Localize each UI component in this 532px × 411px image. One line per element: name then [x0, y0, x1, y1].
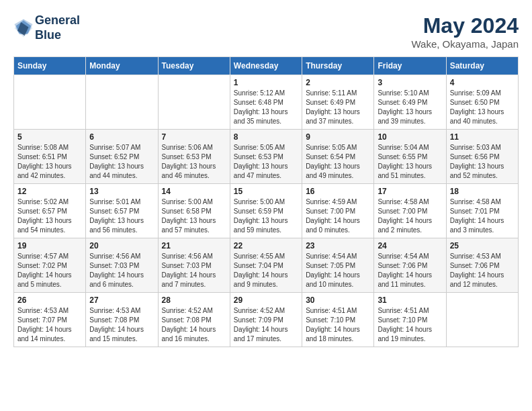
calendar-table: SundayMondayTuesdayWednesdayThursdayFrid…	[13, 56, 519, 347]
day-info: Sunrise: 4:51 AM Sunset: 7:10 PM Dayligh…	[306, 306, 370, 344]
weekday-header-tuesday: Tuesday	[158, 57, 230, 75]
calendar-cell: 4Sunrise: 5:09 AM Sunset: 6:50 PM Daylig…	[446, 75, 518, 130]
location-title: Wake, Okayama, Japan	[411, 38, 519, 50]
calendar-cell: 30Sunrise: 4:51 AM Sunset: 7:10 PM Dayli…	[302, 293, 374, 347]
day-number: 25	[450, 241, 515, 250]
calendar-cell: 22Sunrise: 4:55 AM Sunset: 7:04 PM Dayli…	[230, 238, 302, 293]
calendar-cell	[86, 75, 158, 130]
day-number: 26	[17, 295, 82, 305]
day-number: 18	[450, 187, 515, 196]
day-number: 28	[162, 295, 226, 305]
day-info: Sunrise: 5:03 AM Sunset: 6:56 PM Dayligh…	[450, 143, 515, 181]
calendar-week-row: 5Sunrise: 5:08 AM Sunset: 6:51 PM Daylig…	[14, 130, 519, 184]
day-info: Sunrise: 5:00 AM Sunset: 6:58 PM Dayligh…	[162, 197, 226, 235]
day-number: 19	[17, 241, 82, 250]
day-number: 12	[17, 187, 82, 196]
calendar-cell: 23Sunrise: 4:54 AM Sunset: 7:05 PM Dayli…	[302, 238, 374, 293]
day-info: Sunrise: 4:59 AM Sunset: 7:00 PM Dayligh…	[306, 197, 370, 235]
day-info: Sunrise: 5:02 AM Sunset: 6:57 PM Dayligh…	[17, 197, 82, 235]
calendar-cell: 19Sunrise: 4:57 AM Sunset: 7:02 PM Dayli…	[14, 238, 86, 293]
calendar-cell	[14, 75, 86, 130]
calendar-cell: 16Sunrise: 4:59 AM Sunset: 7:00 PM Dayli…	[302, 184, 374, 238]
day-number: 23	[306, 241, 370, 250]
day-info: Sunrise: 4:54 AM Sunset: 7:06 PM Dayligh…	[378, 252, 442, 289]
day-info: Sunrise: 4:58 AM Sunset: 7:00 PM Dayligh…	[378, 197, 442, 235]
calendar-cell: 9Sunrise: 5:05 AM Sunset: 6:54 PM Daylig…	[302, 130, 374, 184]
calendar-cell: 27Sunrise: 4:53 AM Sunset: 7:08 PM Dayli…	[86, 293, 158, 347]
day-info: Sunrise: 4:58 AM Sunset: 7:01 PM Dayligh…	[450, 197, 515, 235]
day-info: Sunrise: 5:09 AM Sunset: 6:50 PM Dayligh…	[450, 89, 515, 126]
day-info: Sunrise: 4:52 AM Sunset: 7:09 PM Dayligh…	[234, 306, 298, 344]
calendar-cell: 10Sunrise: 5:04 AM Sunset: 6:55 PM Dayli…	[374, 130, 446, 184]
day-info: Sunrise: 5:10 AM Sunset: 6:49 PM Dayligh…	[378, 89, 442, 126]
day-info: Sunrise: 5:00 AM Sunset: 6:59 PM Dayligh…	[234, 197, 298, 235]
day-info: Sunrise: 4:51 AM Sunset: 7:10 PM Dayligh…	[378, 306, 442, 344]
day-number: 1	[234, 78, 298, 87]
calendar-cell: 31Sunrise: 4:51 AM Sunset: 7:10 PM Dayli…	[374, 293, 446, 347]
day-number: 4	[450, 78, 515, 87]
day-info: Sunrise: 5:12 AM Sunset: 6:48 PM Dayligh…	[234, 89, 298, 126]
weekday-header-saturday: Saturday	[446, 57, 518, 75]
day-number: 13	[89, 187, 154, 196]
day-info: Sunrise: 4:56 AM Sunset: 7:03 PM Dayligh…	[162, 252, 226, 289]
day-number: 22	[234, 241, 298, 250]
day-number: 6	[89, 132, 154, 142]
day-info: Sunrise: 5:11 AM Sunset: 6:49 PM Dayligh…	[306, 89, 370, 126]
day-info: Sunrise: 4:55 AM Sunset: 7:04 PM Dayligh…	[234, 252, 298, 289]
day-info: Sunrise: 5:06 AM Sunset: 6:53 PM Dayligh…	[162, 143, 226, 181]
day-info: Sunrise: 5:05 AM Sunset: 6:53 PM Dayligh…	[234, 143, 298, 181]
day-number: 30	[306, 295, 370, 305]
logo-line1: General	[35, 13, 80, 28]
calendar-cell: 13Sunrise: 5:01 AM Sunset: 6:57 PM Dayli…	[86, 184, 158, 238]
day-info: Sunrise: 4:57 AM Sunset: 7:02 PM Dayligh…	[17, 252, 82, 289]
calendar-cell: 1Sunrise: 5:12 AM Sunset: 6:48 PM Daylig…	[230, 75, 302, 130]
day-number: 27	[89, 295, 154, 305]
day-number: 21	[162, 241, 226, 250]
calendar-cell: 15Sunrise: 5:00 AM Sunset: 6:59 PM Dayli…	[230, 184, 302, 238]
logo: General Blue	[13, 13, 80, 42]
day-number: 24	[378, 241, 442, 250]
day-number: 7	[162, 132, 226, 142]
calendar-cell: 20Sunrise: 4:56 AM Sunset: 7:03 PM Dayli…	[86, 238, 158, 293]
day-number: 15	[234, 187, 298, 196]
weekday-header-thursday: Thursday	[302, 57, 374, 75]
header: General Blue May 2024 Wake, Okayama, Jap…	[13, 13, 519, 50]
calendar-cell: 14Sunrise: 5:00 AM Sunset: 6:58 PM Dayli…	[158, 184, 230, 238]
calendar-cell: 24Sunrise: 4:54 AM Sunset: 7:06 PM Dayli…	[374, 238, 446, 293]
calendar-cell	[446, 293, 518, 347]
calendar-cell: 29Sunrise: 4:52 AM Sunset: 7:09 PM Dayli…	[230, 293, 302, 347]
calendar-week-row: 1Sunrise: 5:12 AM Sunset: 6:48 PM Daylig…	[14, 75, 519, 130]
day-number: 10	[378, 132, 442, 142]
calendar-cell: 12Sunrise: 5:02 AM Sunset: 6:57 PM Dayli…	[14, 184, 86, 238]
day-number: 5	[17, 132, 82, 142]
calendar-cell: 28Sunrise: 4:52 AM Sunset: 7:08 PM Dayli…	[158, 293, 230, 347]
weekday-header-wednesday: Wednesday	[230, 57, 302, 75]
day-number: 2	[306, 78, 370, 87]
day-info: Sunrise: 5:01 AM Sunset: 6:57 PM Dayligh…	[89, 197, 154, 235]
day-number: 16	[306, 187, 370, 196]
calendar-cell: 5Sunrise: 5:08 AM Sunset: 6:51 PM Daylig…	[14, 130, 86, 184]
day-number: 3	[378, 78, 442, 87]
day-info: Sunrise: 4:53 AM Sunset: 7:06 PM Dayligh…	[450, 252, 515, 289]
calendar-week-row: 26Sunrise: 4:53 AM Sunset: 7:07 PM Dayli…	[14, 293, 519, 347]
title-area: May 2024 Wake, Okayama, Japan	[411, 13, 519, 50]
day-number: 11	[450, 132, 515, 142]
calendar-cell: 2Sunrise: 5:11 AM Sunset: 6:49 PM Daylig…	[302, 75, 374, 130]
day-info: Sunrise: 5:07 AM Sunset: 6:52 PM Dayligh…	[89, 143, 154, 181]
month-title: May 2024	[411, 13, 519, 38]
calendar-week-row: 12Sunrise: 5:02 AM Sunset: 6:57 PM Dayli…	[14, 184, 519, 238]
day-info: Sunrise: 5:08 AM Sunset: 6:51 PM Dayligh…	[17, 143, 82, 181]
day-number: 20	[89, 241, 154, 250]
logo-line2: Blue	[35, 28, 80, 43]
day-info: Sunrise: 5:04 AM Sunset: 6:55 PM Dayligh…	[378, 143, 442, 181]
weekday-header-sunday: Sunday	[14, 57, 86, 75]
calendar-cell: 6Sunrise: 5:07 AM Sunset: 6:52 PM Daylig…	[86, 130, 158, 184]
calendar-cell: 8Sunrise: 5:05 AM Sunset: 6:53 PM Daylig…	[230, 130, 302, 184]
calendar-cell: 25Sunrise: 4:53 AM Sunset: 7:06 PM Dayli…	[446, 238, 518, 293]
day-info: Sunrise: 4:53 AM Sunset: 7:07 PM Dayligh…	[17, 306, 82, 344]
day-info: Sunrise: 4:56 AM Sunset: 7:03 PM Dayligh…	[89, 252, 154, 289]
calendar-cell: 11Sunrise: 5:03 AM Sunset: 6:56 PM Dayli…	[446, 130, 518, 184]
calendar-cell: 21Sunrise: 4:56 AM Sunset: 7:03 PM Dayli…	[158, 238, 230, 293]
calendar-cell: 17Sunrise: 4:58 AM Sunset: 7:00 PM Dayli…	[374, 184, 446, 238]
weekday-header-row: SundayMondayTuesdayWednesdayThursdayFrid…	[14, 57, 519, 75]
